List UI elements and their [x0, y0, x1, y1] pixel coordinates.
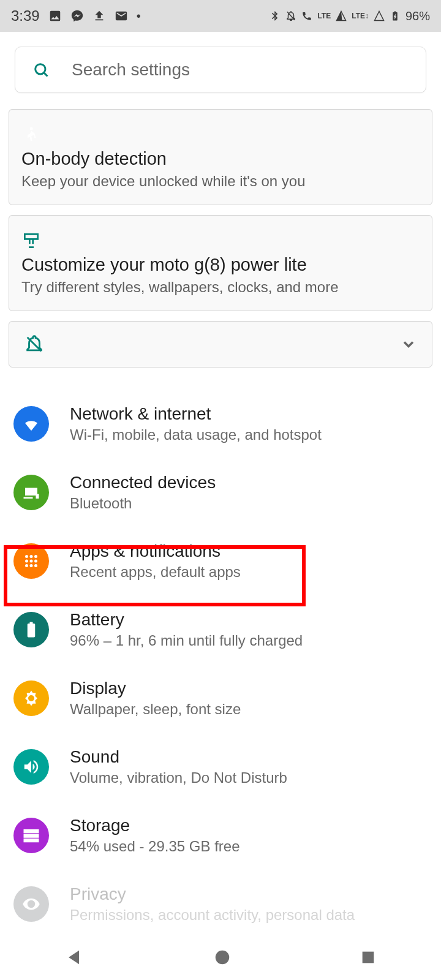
brush-icon [21, 231, 41, 251]
row-sound-title: Sound [70, 747, 287, 767]
row-network-title: Network & internet [70, 404, 322, 424]
lte-label-2: LTE↕ [352, 12, 369, 20]
row-storage-title: Storage [70, 816, 240, 835]
row-privacy-title: Privacy [70, 884, 355, 904]
smartlock-card[interactable]: On-body detection Keep your device unloc… [9, 109, 432, 205]
upload-icon [92, 9, 106, 23]
signal-icon-2 [374, 10, 385, 21]
search-icon [32, 61, 50, 78]
navigation-bar [0, 935, 441, 980]
row-display-title: Display [70, 679, 241, 698]
customize-title: Customize your moto g(8) power lite [21, 255, 420, 275]
brightness-icon [13, 680, 49, 716]
storage-icon [13, 818, 49, 853]
svg-point-4 [25, 555, 28, 558]
battery-row-icon [13, 612, 49, 647]
svg-point-12 [34, 564, 37, 567]
row-display-sub: Wallpaper, sleep, font size [70, 701, 241, 718]
row-display[interactable]: Display Wallpaper, sleep, font size [13, 664, 432, 733]
lte-label-1: LTE [317, 12, 331, 20]
row-devices[interactable]: Connected devices Bluetooth [13, 458, 432, 527]
bluetooth-icon [270, 10, 281, 21]
devices-icon [13, 475, 49, 510]
nav-back-icon[interactable] [64, 947, 85, 968]
row-sound-sub: Volume, vibration, Do Not Disturb [70, 769, 287, 786]
smartlock-title: On-body detection [21, 149, 420, 169]
photo-icon [48, 9, 62, 23]
svg-point-11 [30, 564, 33, 567]
svg-point-8 [30, 560, 33, 563]
dnd-collapse-card[interactable] [9, 321, 432, 368]
svg-point-9 [34, 560, 37, 563]
row-network[interactable]: Network & internet Wi-Fi, mobile, data u… [13, 390, 432, 458]
svg-point-10 [25, 564, 28, 567]
search-placeholder: Search settings [72, 60, 190, 80]
row-battery-sub: 96% – 1 hr, 6 min until fully charged [70, 632, 303, 649]
search-settings[interactable]: Search settings [15, 47, 426, 93]
row-sound[interactable]: Sound Volume, vibration, Do Not Disturb [13, 733, 432, 801]
volte-icon [301, 10, 312, 21]
svg-rect-14 [363, 952, 374, 963]
status-left: 3:39 • [11, 7, 141, 24]
gmail-icon [115, 9, 128, 23]
dnd-icon [285, 10, 296, 21]
battery-percent: 96% [405, 9, 430, 23]
customize-card[interactable]: Customize your moto g(8) power lite Try … [9, 215, 432, 311]
row-battery[interactable]: Battery 96% – 1 hr, 6 min until fully ch… [13, 595, 432, 664]
bell-off-icon [24, 334, 45, 355]
volume-icon [13, 749, 49, 785]
apps-icon [13, 543, 49, 579]
nav-home-icon[interactable] [213, 948, 232, 967]
svg-line-1 [44, 73, 48, 77]
row-privacy[interactable]: Privacy Permissions, account activity, p… [13, 870, 432, 935]
svg-point-13 [216, 951, 230, 965]
row-devices-sub: Bluetooth [70, 495, 216, 512]
row-storage-sub: 54% used - 29.35 GB free [70, 838, 240, 855]
status-right: LTE LTE↕ 96% [270, 9, 430, 23]
smartlock-sub: Keep your device unlocked while it's on … [21, 173, 420, 190]
row-apps-title: Apps & notifications [70, 541, 241, 561]
clock: 3:39 [11, 7, 40, 24]
privacy-icon [13, 886, 49, 922]
svg-point-0 [36, 64, 45, 74]
status-bar: 3:39 • LTE LTE↕ 96% [0, 0, 441, 32]
row-privacy-sub: Permissions, account activity, personal … [70, 907, 355, 924]
row-storage[interactable]: Storage 54% used - 29.35 GB free [13, 801, 432, 870]
row-devices-title: Connected devices [70, 473, 216, 492]
more-dot: • [137, 9, 141, 23]
customize-sub: Try different styles, wallpapers, clocks… [21, 279, 420, 296]
row-apps-sub: Recent apps, default apps [70, 564, 241, 581]
svg-point-6 [34, 555, 37, 558]
walk-icon [21, 126, 40, 144]
settings-scroll[interactable]: Search settings On-body detection Keep y… [0, 32, 441, 935]
svg-point-5 [30, 555, 33, 558]
row-network-sub: Wi-Fi, mobile, data usage, and hotspot [70, 426, 322, 443]
messenger-icon [70, 9, 84, 23]
signal-icon-1 [336, 10, 347, 21]
chevron-down-icon [400, 336, 417, 353]
row-battery-title: Battery [70, 610, 303, 630]
nav-recent-icon[interactable] [360, 949, 377, 966]
settings-list: Network & internet Wi-Fi, mobile, data u… [9, 390, 432, 935]
row-apps[interactable]: Apps & notifications Recent apps, defaul… [13, 527, 432, 595]
svg-point-7 [25, 560, 28, 563]
wifi-icon [13, 406, 49, 442]
battery-icon [390, 10, 401, 21]
svg-point-2 [30, 127, 33, 130]
